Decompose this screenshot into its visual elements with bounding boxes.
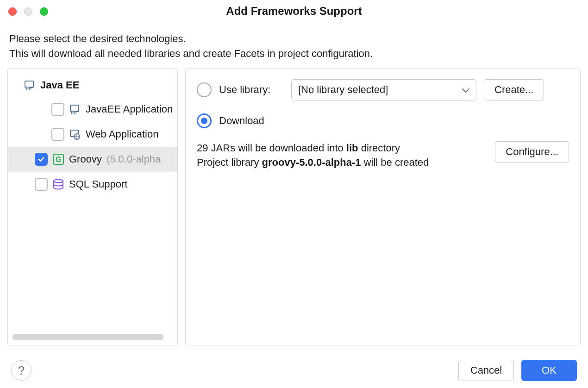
tree-item-groovy[interactable]: G Groovy (5.0.0-alpha (8, 147, 177, 172)
configure-button[interactable]: Configure... (495, 141, 569, 163)
tree-group-java-ee[interactable]: EE Java EE (8, 77, 177, 97)
tree-item-javaee-application[interactable]: EE JavaEE Application (8, 97, 177, 122)
intro-line-1: Please select the desired technologies. (9, 31, 579, 46)
window-minimize-button[interactable] (24, 7, 32, 16)
help-button[interactable]: ? (11, 360, 31, 381)
tree-item-label: SQL Support (69, 178, 127, 190)
tree-item-version: (5.0.0-alpha (106, 153, 161, 165)
radio-download[interactable] (197, 113, 212, 128)
tree-item-web-application[interactable]: Web Application (8, 122, 177, 147)
create-library-button[interactable]: Create... (484, 79, 544, 100)
intro-line-2: This will download all needed libraries … (9, 46, 579, 61)
javaee-app-icon: EE (69, 103, 81, 115)
intro-text: Please select the desired technologies. … (0, 22, 588, 61)
dialog-title: Add Frameworks Support (226, 5, 362, 18)
library-combo-value: [No library selected] (298, 84, 388, 96)
library-combo[interactable]: [No library selected] (291, 79, 476, 100)
horizontal-scrollbar[interactable] (13, 334, 163, 340)
window-zoom-button[interactable] (40, 7, 48, 16)
tree-group-label: Java EE (40, 79, 79, 91)
groovy-icon: G (52, 153, 64, 165)
cancel-button[interactable]: Cancel (458, 360, 514, 381)
ok-button[interactable]: OK (521, 360, 577, 381)
download-info: 29 JARs will be downloaded into lib dire… (197, 141, 429, 170)
tree-item-label: Web Application (86, 128, 158, 140)
tree-item-sql-support[interactable]: SQL Support (8, 172, 177, 197)
window-close-button[interactable] (8, 7, 17, 16)
frameworks-tree-panel: EE Java EE EE JavaEE Application Web App… (7, 69, 178, 345)
checkbox-sql-support[interactable] (35, 178, 48, 191)
checkbox-web-application[interactable] (51, 128, 64, 141)
sql-database-icon (52, 178, 64, 190)
framework-config-panel: Use library: [No library selected] Creat… (185, 69, 581, 345)
checkbox-groovy[interactable] (35, 153, 48, 166)
svg-text:G: G (56, 156, 61, 163)
svg-text:EE: EE (71, 110, 77, 115)
use-library-label: Use library: (219, 84, 284, 96)
svg-point-10 (54, 179, 63, 182)
tree-item-label: Groovy (69, 153, 102, 165)
radio-use-library[interactable] (197, 82, 212, 97)
svg-text:EE: EE (25, 86, 32, 91)
java-ee-folder-icon: EE (24, 79, 36, 91)
tree-item-label: JavaEE Application (86, 103, 173, 115)
download-label: Download (219, 115, 264, 127)
web-app-icon (69, 128, 81, 140)
chevron-down-icon (462, 84, 469, 96)
checkbox-javaee-application[interactable] (51, 103, 64, 116)
